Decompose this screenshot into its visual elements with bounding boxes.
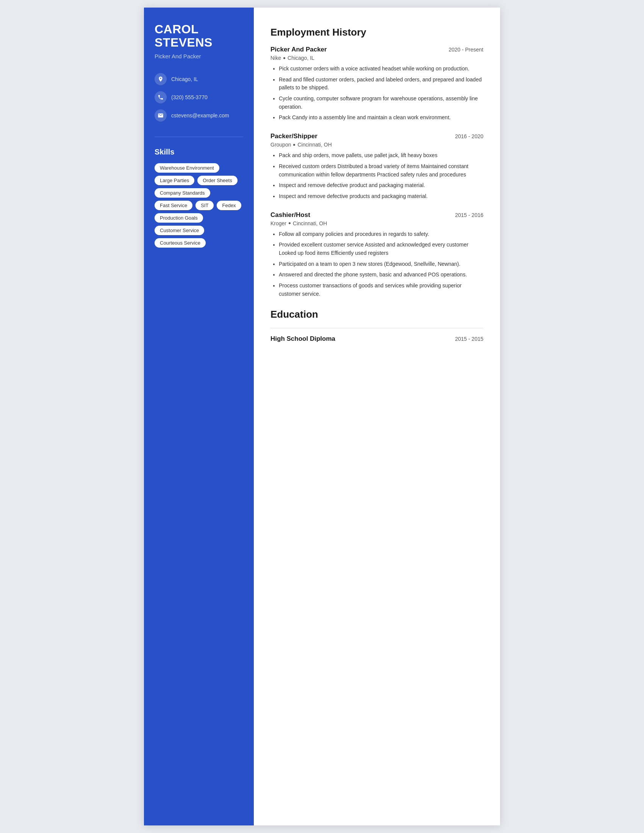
skill-tag: Fast Service xyxy=(155,201,192,210)
company-name: Nike xyxy=(270,55,281,61)
skill-tag: Production Goals xyxy=(155,213,203,223)
job-title: Packer/Shipper xyxy=(270,132,317,140)
job-header: Packer/Shipper2016 - 2020 xyxy=(270,132,483,140)
education-divider xyxy=(270,328,483,328)
company-name: Groupon xyxy=(270,142,291,148)
name-line2: STEVENS xyxy=(155,35,213,49)
education-block: High School Diploma2015 - 2015 xyxy=(270,335,483,343)
employment-heading: Employment History xyxy=(270,26,483,38)
sidebar-divider xyxy=(155,137,243,137)
education-heading: Education xyxy=(270,309,483,320)
list-item: Process customer transactions of goods a… xyxy=(279,282,483,298)
dot-separator xyxy=(293,144,295,146)
company-location: Cincinnati, OH xyxy=(297,142,332,148)
list-item: Participated on a team to open 3 new sto… xyxy=(279,260,483,269)
phone-text: (320) 555-3770 xyxy=(171,94,208,100)
job-company: GrouponCincinnati, OH xyxy=(270,142,483,148)
location-text: Chicago, IL xyxy=(171,76,198,82)
skill-tag: Large Parties xyxy=(155,176,194,185)
job-dates: 2020 - Present xyxy=(449,47,483,53)
company-name: Kroger xyxy=(270,220,287,227)
list-item: Cycle counting, computer software progra… xyxy=(279,95,483,111)
candidate-title: Picker And Packer xyxy=(155,53,243,60)
skill-tag: Warehouse Environment xyxy=(155,163,219,173)
list-item: Follow all company policies and procedur… xyxy=(279,230,483,238)
job-bullets: Pack and ship orders, move pallets, use … xyxy=(270,151,483,200)
dot-separator xyxy=(283,57,285,59)
job-block: Cashier/Host2015 - 2016KrogerCincinnati,… xyxy=(270,211,483,298)
list-item: Pick customer orders with a voice activa… xyxy=(279,65,483,73)
location-icon xyxy=(155,73,167,85)
job-title: Picker And Packer xyxy=(270,46,327,53)
skill-tag: Customer Service xyxy=(155,226,204,235)
list-item: Inspect and remove defective products an… xyxy=(279,192,483,201)
skill-tag: Fedex xyxy=(217,201,241,210)
job-header: Cashier/Host2015 - 2016 xyxy=(270,211,483,219)
list-item: Received custom orders Distributed a bro… xyxy=(279,162,483,179)
list-item: Pack Candy into a assembly line and main… xyxy=(279,114,483,122)
job-block: Packer/Shipper2016 - 2020GrouponCincinna… xyxy=(270,132,483,200)
list-item: Provided excellent customer service Assi… xyxy=(279,241,483,257)
job-company: NikeChicago, IL xyxy=(270,55,483,61)
phone-icon xyxy=(155,91,167,103)
skills-heading: Skills xyxy=(155,148,243,156)
job-dates: 2016 - 2020 xyxy=(455,133,483,139)
edu-degree: High School Diploma xyxy=(270,335,335,343)
jobs-container: Picker And Packer2020 - PresentNikeChica… xyxy=(270,46,483,298)
skill-tag: Company Standards xyxy=(155,188,210,198)
list-item: Answered and directed the phone system, … xyxy=(279,271,483,279)
name-line1: CAROL xyxy=(155,23,198,36)
candidate-name: CAROL STEVENS xyxy=(155,23,243,49)
list-item: Read and filled customer orders, packed … xyxy=(279,76,483,92)
contact-location: Chicago, IL xyxy=(155,73,243,85)
edu-dates: 2015 - 2015 xyxy=(455,336,483,342)
skill-tag: Courteous Service xyxy=(155,238,206,248)
email-text: cstevens@example.com xyxy=(171,113,229,119)
email-icon xyxy=(155,109,167,122)
job-company: KrogerCincinnati, OH xyxy=(270,220,483,227)
list-item: Inspect and remove defective product and… xyxy=(279,182,483,190)
contact-section: Chicago, IL (320) 555-3770 cstevens@exam… xyxy=(155,73,243,122)
job-bullets: Pick customer orders with a voice activa… xyxy=(270,65,483,122)
sidebar: CAROL STEVENS Picker And Packer Chicago,… xyxy=(144,8,254,825)
list-item: Pack and ship orders, move pallets, use … xyxy=(279,151,483,160)
job-title: Cashier/Host xyxy=(270,211,310,219)
dot-separator xyxy=(289,222,291,224)
skills-list: Warehouse EnvironmentLarge PartiesOrder … xyxy=(155,163,243,248)
contact-phone: (320) 555-3770 xyxy=(155,91,243,103)
resume-container: CAROL STEVENS Picker And Packer Chicago,… xyxy=(144,8,500,825)
job-bullets: Follow all company policies and procedur… xyxy=(270,230,483,298)
job-header: Picker And Packer2020 - Present xyxy=(270,46,483,53)
contact-email: cstevens@example.com xyxy=(155,109,243,122)
job-block: Picker And Packer2020 - PresentNikeChica… xyxy=(270,46,483,122)
company-location: Chicago, IL xyxy=(288,55,314,61)
company-location: Cincinnati, OH xyxy=(293,220,327,227)
skill-tag: SIT xyxy=(195,201,214,210)
job-dates: 2015 - 2016 xyxy=(455,212,483,218)
skill-tag: Order Sheets xyxy=(197,176,237,185)
main-content: Employment History Picker And Packer2020… xyxy=(254,8,500,825)
education-container: High School Diploma2015 - 2015 xyxy=(270,335,483,343)
edu-header: High School Diploma2015 - 2015 xyxy=(270,335,483,343)
